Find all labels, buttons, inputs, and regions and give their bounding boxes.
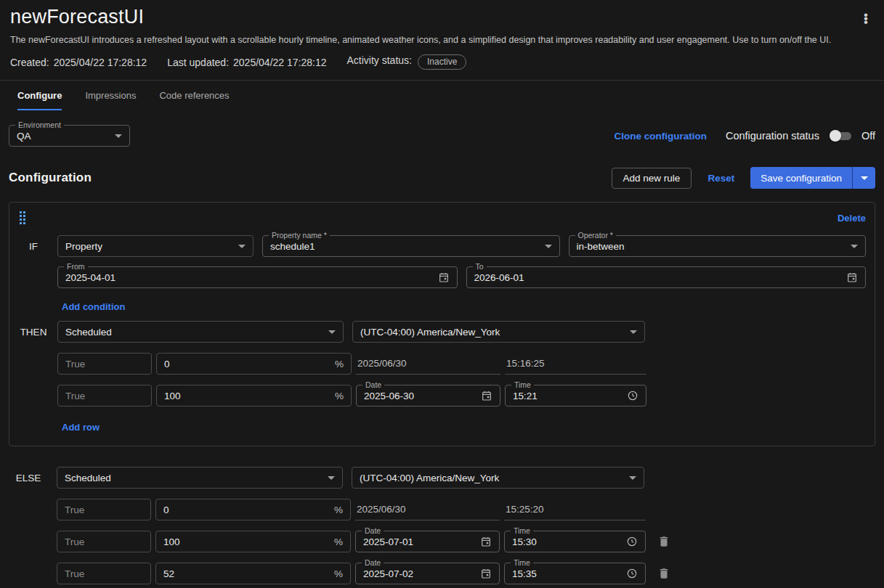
time-field[interactable]: Time [505,385,646,407]
updated-at: Last updated: 2025/04/22 17:28:12 [167,57,326,68]
clone-configuration-link[interactable]: Clone configuration [614,131,707,142]
percentage-field[interactable]: % [155,563,351,584]
to-date-field[interactable]: To [466,266,867,288]
tab-impressions[interactable]: Impressions [85,81,136,110]
environment-select[interactable]: Environment QA [9,125,130,147]
time-field[interactable]: Time [504,531,646,552]
serve-value-input[interactable] [57,499,151,520]
configuration-status-label: Configuration status [726,130,819,142]
delete-row-button[interactable] [656,534,672,550]
calendar-icon[interactable] [480,536,492,547]
calendar-icon[interactable] [480,568,492,579]
rule-card: Delete IF Property Property name * sched… [9,202,875,446]
percent-suffix: % [335,391,344,401]
flag-meta-row: Created: 2025/04/22 17:28:12 Last update… [10,54,874,80]
chevron-down-icon [861,176,868,180]
else-block: ELSE Scheduled (UTC-04:00) America/New_Y… [9,467,875,588]
readonly-date-value: 2025/06/30 [356,353,500,375]
created-at: Created: 2025/04/22 17:28:12 [10,57,147,68]
chevron-down-icon [328,330,336,334]
timezone-select[interactable]: (UTC-04:00) America/New_York [352,321,645,343]
percentage-input[interactable] [163,536,328,547]
calendar-icon[interactable] [438,271,450,283]
chevron-down-icon [238,245,246,248]
chevron-down-icon [115,134,122,138]
clock-icon[interactable] [626,536,638,547]
chevron-down-icon [630,330,637,334]
chevron-down-icon [629,476,636,480]
tab-configure[interactable]: Configure [17,81,62,110]
percentage-field[interactable]: % [155,499,351,520]
serve-value-input[interactable] [57,563,151,584]
serve-value-input[interactable] [57,531,151,552]
schedule-row: % Date Time [9,531,875,552]
percentage-field[interactable]: % [156,385,352,407]
to-date-input[interactable] [474,272,841,283]
property-name-select[interactable]: Property name * schedule1 [262,235,560,257]
flag-header: newForecastUI ••• The newForecastUI intr… [0,0,884,80]
chevron-down-icon [851,245,858,248]
add-condition-link[interactable]: Add condition [62,301,125,312]
then-label: THEN [18,327,49,338]
readonly-time-value: 15:25:20 [504,499,646,520]
time-field[interactable]: Time [504,563,646,584]
date-field[interactable]: Date [355,563,500,584]
tab-bar: Configure Impressions Code references [0,81,884,110]
calendar-icon[interactable] [846,271,858,283]
else-timezone-select[interactable]: (UTC-04:00) America/New_York [352,467,644,489]
chevron-down-icon [545,245,552,248]
clock-icon[interactable] [627,390,638,401]
else-type-select[interactable]: Scheduled [57,467,343,489]
save-split-button: Save configuration [750,167,875,189]
then-type-select[interactable]: Scheduled [57,321,344,343]
percentage-input[interactable] [163,568,328,579]
time-input[interactable] [512,536,620,547]
save-options-arrow-button[interactable] [852,167,875,189]
percentage-field[interactable]: % [156,353,352,375]
if-label: IF [18,241,49,252]
add-row-link[interactable]: Add row [62,422,100,433]
percent-suffix: % [334,568,343,579]
time-input[interactable] [512,568,620,579]
serve-value-input[interactable] [57,385,152,407]
from-date-field[interactable]: From [57,266,458,288]
status-badge: Inactive [418,54,466,70]
percent-suffix: % [335,359,344,369]
reset-link[interactable]: Reset [707,173,734,184]
calendar-icon[interactable] [481,390,492,401]
schedule-row: % 2025/06/30 15:25:20 [9,499,875,520]
save-configuration-button[interactable]: Save configuration [750,167,852,189]
percent-suffix: % [334,505,343,515]
clock-icon[interactable] [626,568,638,579]
tab-code-references[interactable]: Code references [159,81,229,110]
date-input[interactable] [363,536,474,547]
serve-value-input[interactable] [57,353,152,375]
date-field[interactable]: Date [356,385,500,407]
operator-select[interactable]: Operator * in-between [569,235,867,257]
delete-rule-link[interactable]: Delete [838,213,866,224]
configuration-status-value: Off [861,130,875,142]
drag-handle-icon[interactable] [18,210,27,226]
add-new-rule-button[interactable]: Add new rule [612,168,692,189]
condition-type-select[interactable]: Property [57,235,254,257]
percentage-input[interactable] [164,359,329,369]
from-date-input[interactable] [65,272,432,283]
readonly-time-value: 15:16:25 [505,353,646,375]
else-label: ELSE [9,473,48,483]
percent-suffix: % [334,536,343,547]
delete-row-button[interactable] [656,565,672,581]
date-field[interactable]: Date [355,531,500,552]
page-title: newForecastUI [10,6,144,28]
configuration-status-toggle[interactable] [830,129,854,142]
percentage-input[interactable] [164,391,329,401]
date-input[interactable] [363,568,474,579]
time-input[interactable] [513,391,621,401]
chevron-down-icon [328,476,335,480]
flag-description: The newForecastUI introduces a refreshed… [10,35,874,45]
percentage-input[interactable] [163,505,328,515]
kebab-menu-icon[interactable]: ••• [858,6,874,23]
schedule-row: % Date Time [18,385,866,407]
percentage-field[interactable]: % [155,531,351,552]
date-input[interactable] [364,391,475,401]
section-title: Configuration [9,171,92,185]
